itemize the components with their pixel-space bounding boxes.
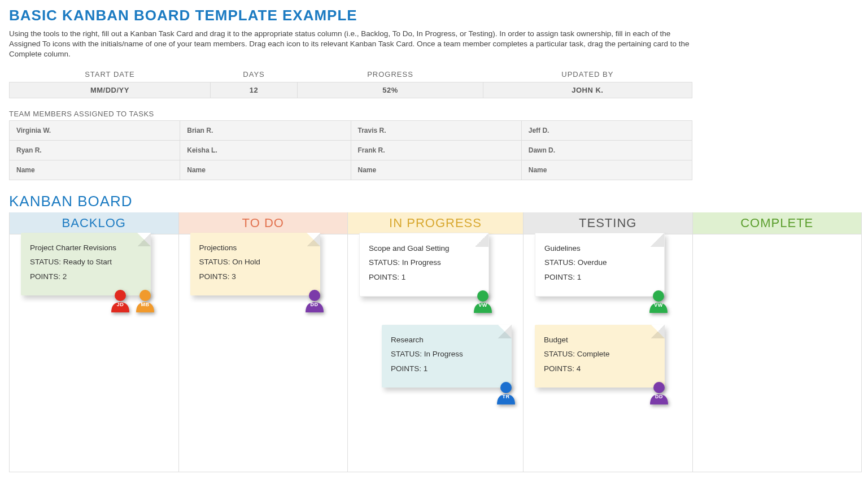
kanban-title: KANBAN BOARD [9, 193, 859, 210]
assignee-initials: VW [654, 301, 663, 310]
card-fold-icon [137, 233, 151, 246]
card-points: POINTS: 1 [391, 362, 503, 376]
summary-header-days: DAYS [210, 68, 298, 82]
summary-value-updated: JOHN K. [483, 82, 692, 98]
card-points: POINTS: 1 [544, 270, 655, 285]
kanban-card[interactable]: Research STATUS: In Progress POINTS: 1 T… [382, 325, 512, 388]
card-points: POINTS: 4 [544, 362, 656, 376]
assignee-icon[interactable]: TR [495, 381, 517, 404]
team-cell: Frank R. [351, 140, 521, 160]
svg-point-4 [500, 382, 512, 393]
summary-header-start: START DATE [10, 68, 211, 82]
card-status: STATUS: In Progress [369, 255, 479, 270]
team-cell: Name [521, 160, 692, 180]
card-title: Guidelines [544, 241, 655, 256]
summary-table: START DATE DAYS PROGRESS UPDATED BY MM/D… [9, 68, 692, 98]
summary-value-progress: 52% [298, 82, 483, 98]
kanban-card[interactable]: Guidelines STATUS: Overdue POINTS: 1 VW [535, 233, 665, 297]
column-header-complete: COMPLETE [693, 212, 862, 234]
page-title: BASIC KANBAN BOARD TEMPLATE EXAMPLE [9, 7, 859, 24]
card-status: STATUS: Ready to Start [30, 255, 142, 269]
assignee-icon[interactable]: DD [648, 381, 670, 404]
team-cell: Virginia W. [10, 120, 180, 140]
team-cell: Name [180, 160, 351, 180]
column-header-in-progress: IN PROGRESS [348, 212, 523, 234]
card-fold-icon [498, 325, 512, 338]
card-status: STATUS: In Progress [391, 347, 503, 362]
card-status: STATUS: On Hold [199, 255, 311, 269]
kanban-card[interactable]: Scope and Goal Setting STATUS: In Progre… [359, 233, 489, 297]
kanban-card[interactable]: Budget STATUS: Complete POINTS: 4 DD [535, 325, 665, 388]
table-row: Virginia W. Brian R. Travis R. Jeff D. [10, 120, 692, 140]
card-fold-icon [651, 325, 665, 338]
team-cell: Keisha L. [180, 140, 351, 160]
kanban-card[interactable]: Project Charter Revisions STATUS: Ready … [21, 233, 151, 295]
column-backlog[interactable]: BACKLOG Project Charter Revisions STATUS… [9, 212, 179, 472]
card-title: Project Charter Revisions [30, 241, 142, 255]
assignee-icon[interactable]: VW [647, 289, 670, 313]
card-fold-icon [651, 233, 664, 247]
svg-point-0 [115, 290, 126, 301]
svg-point-3 [477, 290, 488, 302]
svg-point-1 [139, 290, 151, 301]
card-title: Projections [199, 241, 311, 255]
card-status: STATUS: Overdue [544, 255, 655, 270]
column-in-progress[interactable]: IN PROGRESS Scope and Goal Setting STATU… [348, 212, 524, 472]
card-points: POINTS: 3 [199, 269, 311, 284]
column-header-backlog: BACKLOG [10, 212, 178, 234]
card-points: POINTS: 1 [369, 270, 479, 285]
team-cell: Travis R. [351, 120, 521, 140]
summary-value-start: MM/DD/YY [10, 82, 211, 98]
assignee-icon[interactable]: DD [303, 289, 326, 312]
assignee-icon[interactable]: MB [134, 289, 156, 312]
team-cell: Dawn D. [521, 140, 692, 160]
team-cell: Name [351, 160, 521, 180]
card-title: Research [391, 333, 503, 347]
team-members-title: TEAM MEMBERS ASSIGNED TO TASKS [9, 110, 859, 118]
team-members-table: Virginia W. Brian R. Travis R. Jeff D. R… [9, 120, 692, 180]
column-todo[interactable]: TO DO Projections STATUS: On Hold POINTS… [179, 212, 348, 472]
column-testing[interactable]: TESTING Guidelines STATUS: Overdue POINT… [524, 212, 693, 472]
assignee-initials: DD [655, 392, 663, 402]
summary-value-days: 12 [210, 82, 298, 98]
kanban-card[interactable]: Projections STATUS: On Hold POINTS: 3 DD [190, 233, 320, 295]
svg-point-2 [309, 290, 320, 301]
team-cell: Jeff D. [521, 120, 692, 140]
assignee-initials: VW [478, 301, 487, 310]
assignee-initials: MB [141, 300, 150, 310]
assignee-initials: TR [503, 392, 510, 402]
table-row: Name Name Name Name [10, 160, 692, 180]
intro-text: Using the tools to the right, fill out a… [9, 29, 692, 60]
team-cell: Ryan R. [10, 140, 180, 160]
assignee-icon[interactable]: VW [472, 289, 494, 313]
column-header-todo: TO DO [179, 212, 348, 234]
kanban-board: BACKLOG Project Charter Revisions STATUS… [9, 212, 862, 472]
column-complete[interactable]: COMPLETE [693, 212, 862, 472]
card-title: Budget [544, 333, 656, 347]
assignee-initials: JD [117, 300, 124, 310]
card-points: POINTS: 2 [30, 269, 142, 284]
table-row: Ryan R. Keisha L. Frank R. Dawn D. [10, 140, 692, 160]
assignee-icon[interactable]: JD [109, 289, 132, 312]
column-header-testing: TESTING [524, 212, 692, 234]
team-cell: Brian R. [180, 120, 351, 140]
card-title: Scope and Goal Setting [369, 241, 479, 256]
summary-header-progress: PROGRESS [298, 68, 483, 82]
summary-header-updated: UPDATED BY [483, 68, 692, 82]
svg-point-6 [653, 382, 665, 393]
assignee-initials: DD [311, 300, 319, 310]
card-fold-icon [475, 233, 488, 247]
card-status: STATUS: Complete [544, 347, 656, 362]
card-fold-icon [307, 233, 320, 246]
team-cell: Name [10, 160, 180, 180]
svg-point-5 [653, 290, 664, 302]
